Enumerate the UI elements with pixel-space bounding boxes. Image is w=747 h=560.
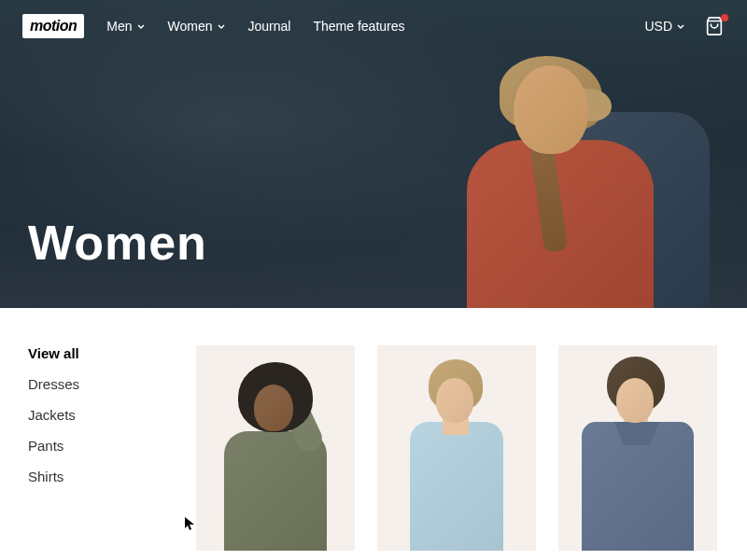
hero-model-image [392, 19, 710, 308]
nav-label: Women [168, 19, 213, 34]
product-grid [196, 345, 719, 551]
nav-label: Theme features [313, 19, 404, 34]
product-card[interactable] [196, 345, 355, 551]
nav-women[interactable]: Women [168, 19, 226, 34]
product-card[interactable] [377, 345, 536, 551]
page-title: Women [28, 215, 207, 271]
sidebar-item-shirts[interactable]: Shirts [28, 469, 159, 484]
sidebar-item-view-all[interactable]: View all [28, 345, 159, 361]
sidebar-item-jackets[interactable]: Jackets [28, 407, 159, 423]
main-content: View all Dresses Jackets Pants Shirts [0, 308, 747, 551]
product-card[interactable] [558, 345, 717, 551]
chevron-down-icon [676, 21, 685, 31]
nav-men[interactable]: Men [106, 19, 145, 34]
primary-nav: Men Women Journal Theme features [106, 19, 644, 34]
sidebar-item-dresses[interactable]: Dresses [28, 376, 159, 392]
main-header: motion Men Women Journal Theme features … [0, 0, 747, 52]
logo[interactable]: motion [22, 14, 84, 38]
sidebar-item-pants[interactable]: Pants [28, 438, 159, 454]
chevron-down-icon [136, 21, 146, 31]
nav-theme-features[interactable]: Theme features [313, 19, 404, 34]
nav-label: Men [106, 19, 132, 34]
mouse-cursor-icon [185, 517, 196, 536]
nav-journal[interactable]: Journal [248, 19, 291, 34]
chevron-down-icon [217, 21, 226, 31]
currency-label: USD [644, 19, 672, 34]
nav-label: Journal [248, 19, 291, 34]
currency-selector[interactable]: USD [644, 19, 685, 34]
category-sidebar: View all Dresses Jackets Pants Shirts [28, 345, 159, 551]
cart-button[interactable] [704, 16, 725, 36]
cart-badge [721, 14, 728, 21]
header-right: USD [644, 16, 725, 36]
